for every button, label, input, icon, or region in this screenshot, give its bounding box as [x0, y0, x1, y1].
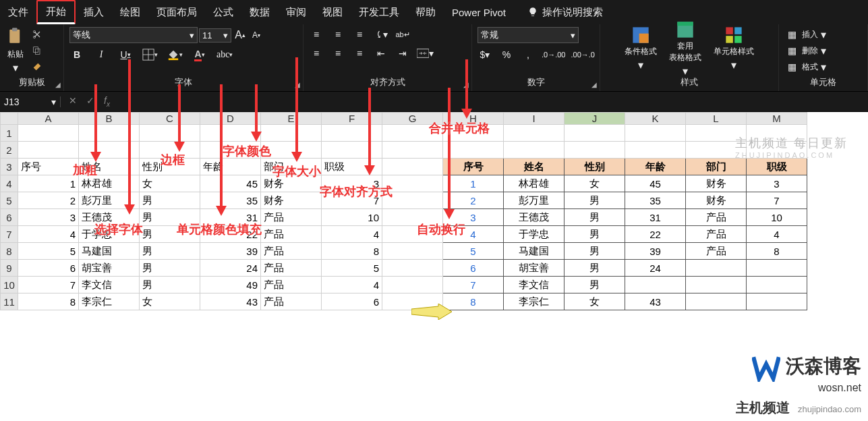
col-header-J[interactable]: J [565, 113, 625, 125]
cell-I4[interactable]: 林君雄 [504, 175, 565, 192]
cell-I3[interactable]: 姓名 [504, 159, 565, 175]
cell-J10[interactable]: 男 [565, 277, 625, 293]
cell-H11[interactable]: 8 [443, 293, 504, 310]
cell-K6[interactable]: 31 [625, 209, 686, 226]
cell-J4[interactable]: 女 [565, 175, 625, 192]
cell-K4[interactable]: 45 [625, 175, 686, 192]
row-header-7[interactable]: 7 [1, 226, 18, 243]
align-right-button[interactable]: ≡ [352, 46, 367, 61]
align-launcher-icon[interactable]: ◢ [463, 81, 469, 88]
cancel-formula-icon[interactable]: ✕ [69, 95, 77, 108]
tab-review[interactable]: 审阅 [278, 0, 314, 24]
decrease-font-button[interactable]: A▾ [249, 28, 264, 43]
cell-I8[interactable]: 马建国 [504, 243, 565, 260]
tab-draw[interactable]: 绘图 [112, 0, 148, 24]
cell-K7[interactable]: 22 [625, 226, 686, 243]
cell-E11[interactable]: 产品 [261, 293, 322, 310]
paste-button[interactable]: 粘贴 ▾ [5, 27, 26, 74]
cell-L5[interactable]: 财务 [686, 192, 747, 209]
cell-D6[interactable]: 31 [200, 209, 261, 226]
cell-H1[interactable] [443, 125, 504, 142]
cell-K11[interactable]: 43 [625, 293, 686, 310]
cell-styles-button[interactable]: 单元格样式▾ [714, 26, 754, 72]
cell-J2[interactable] [565, 142, 625, 159]
cell-B1[interactable] [79, 125, 140, 142]
wrap-text-button[interactable]: ab↵ [395, 27, 410, 42]
cell-A9[interactable]: 6 [18, 260, 79, 277]
cell-M9[interactable] [747, 260, 807, 277]
tab-dev[interactable]: 开发工具 [351, 0, 407, 24]
cell-L1[interactable] [686, 125, 747, 142]
cell-H2[interactable] [443, 142, 504, 159]
cell-K3[interactable]: 年龄 [625, 159, 686, 175]
cell-L11[interactable] [686, 293, 747, 310]
cell-F11[interactable]: 6 [322, 293, 382, 310]
row-header-2[interactable]: 2 [1, 142, 18, 159]
cell-G3[interactable] [382, 159, 443, 175]
cell-E6[interactable]: 产品 [261, 209, 322, 226]
tab-formulas[interactable]: 公式 [205, 0, 241, 24]
cell-M2[interactable] [747, 142, 807, 159]
number-launcher-icon[interactable]: ◢ [591, 81, 597, 88]
cell-F8[interactable]: 8 [322, 243, 382, 260]
bold-button[interactable]: B [69, 47, 84, 62]
align-top-button[interactable]: ≡ [309, 27, 324, 42]
cell-F9[interactable]: 5 [322, 260, 382, 277]
cell-F6[interactable]: 10 [322, 209, 382, 226]
cell-L3[interactable]: 部门 [686, 159, 747, 175]
cell-G6[interactable] [382, 209, 443, 226]
tab-insert[interactable]: 插入 [76, 0, 112, 24]
cell-F4[interactable]: 3 [322, 175, 382, 192]
cell-L6[interactable]: 产品 [686, 209, 747, 226]
cell-I11[interactable]: 李宗仁 [504, 293, 565, 310]
cell-E10[interactable]: 产品 [261, 277, 322, 293]
col-header-B[interactable]: B [79, 113, 140, 125]
tab-layout[interactable]: 页面布局 [148, 0, 205, 24]
cell-A10[interactable]: 7 [18, 277, 79, 293]
cell-M4[interactable]: 3 [747, 175, 807, 192]
cell-C2[interactable] [140, 142, 200, 159]
cell-C6[interactable]: 男 [140, 209, 200, 226]
cell-F3[interactable]: 职级 [322, 159, 382, 175]
cell-C11[interactable]: 女 [140, 293, 200, 310]
col-header-K[interactable]: K [625, 113, 686, 125]
cell-D7[interactable]: 22 [200, 226, 261, 243]
col-header-G[interactable]: G [382, 113, 443, 125]
font-size-select[interactable]: 11▾ [199, 28, 231, 43]
cell-F1[interactable] [322, 125, 382, 142]
cell-M5[interactable]: 7 [747, 192, 807, 209]
cell-L10[interactable] [686, 277, 747, 293]
cell-D11[interactable]: 43 [200, 293, 261, 310]
cell-H3[interactable]: 序号 [443, 159, 504, 175]
cell-D2[interactable] [200, 142, 261, 159]
cell-E9[interactable]: 产品 [261, 260, 322, 277]
align-bottom-button[interactable]: ≡ [352, 27, 367, 42]
fx-icon[interactable]: fx [104, 95, 110, 108]
cell-C10[interactable]: 男 [140, 277, 200, 293]
cell-I1[interactable] [504, 125, 565, 142]
format-cells-button[interactable]: ▦ [784, 59, 799, 74]
cell-H7[interactable]: 4 [443, 226, 504, 243]
cell-K8[interactable]: 39 [625, 243, 686, 260]
cell-B8[interactable]: 马建国 [79, 243, 140, 260]
underline-button[interactable]: U ▾ [118, 47, 133, 62]
cell-D5[interactable]: 35 [200, 192, 261, 209]
cell-I10[interactable]: 李文信 [504, 277, 565, 293]
cell-H5[interactable]: 2 [443, 192, 504, 209]
border-button[interactable]: ▾ [142, 47, 158, 62]
cell-L9[interactable] [686, 260, 747, 277]
cell-E4[interactable]: 财务 [261, 175, 322, 192]
cell-I5[interactable]: 彭万里 [504, 192, 565, 209]
tab-help[interactable]: 帮助 [407, 0, 444, 24]
cell-M3[interactable]: 职级 [747, 159, 807, 175]
cell-L8[interactable]: 产品 [686, 243, 747, 260]
increase-decimal-button[interactable]: .0→.00 [542, 47, 565, 62]
cell-H8[interactable]: 5 [443, 243, 504, 260]
col-header-H[interactable]: H [443, 113, 504, 125]
cell-M1[interactable] [747, 125, 807, 142]
cell-G2[interactable] [382, 142, 443, 159]
cell-J7[interactable]: 男 [565, 226, 625, 243]
tab-file[interactable]: 文件 [0, 0, 36, 24]
col-header-F[interactable]: F [322, 113, 382, 125]
cell-B5[interactable]: 彭万里 [79, 192, 140, 209]
